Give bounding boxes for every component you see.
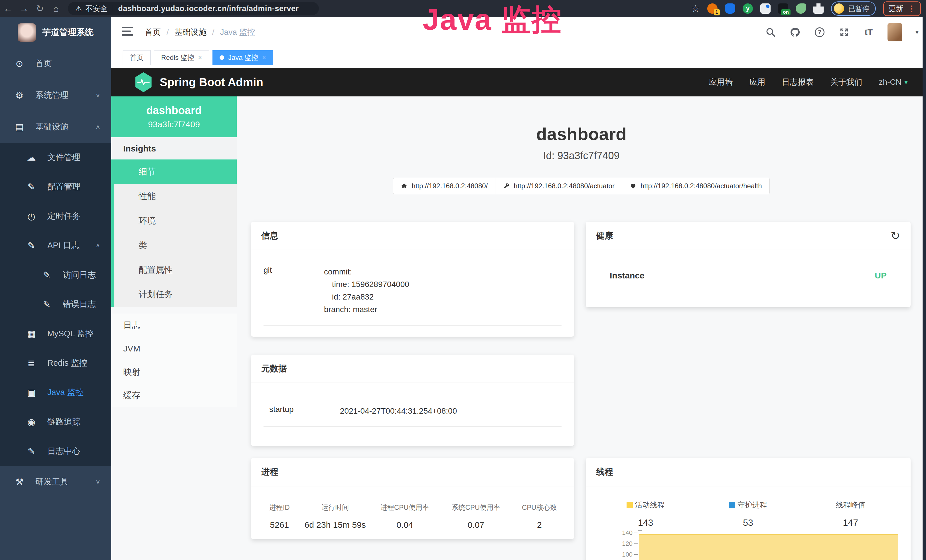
- sidebar-item-infrastructure[interactable]: ▤ 基础设施 ∧: [0, 111, 111, 143]
- sba-brand[interactable]: Spring Boot Admin: [135, 72, 263, 92]
- extensions-puzzle-icon[interactable]: [813, 3, 824, 14]
- extension-icon-orange[interactable]: 1: [707, 3, 717, 14]
- sidebar-item-redis-monitor[interactable]: ≣ Redis 监控: [0, 348, 111, 378]
- sba-body: dashboard 93a3fc7f7409 Insights 细节 性能 环境…: [111, 97, 926, 560]
- browser-home-icon[interactable]: ⌂: [48, 0, 64, 17]
- hamburger-icon[interactable]: [122, 27, 133, 38]
- sba-nav-about[interactable]: 关于我们: [831, 77, 862, 88]
- browser-menu-icon[interactable]: ⋮: [908, 4, 916, 14]
- extension-icon-grid[interactable]: [760, 3, 770, 14]
- back-icon[interactable]: ←: [0, 0, 16, 17]
- profile-paused-badge[interactable]: 已暂停: [831, 2, 876, 16]
- sba-item-mappings[interactable]: 映射: [111, 360, 237, 384]
- url-separator: [113, 5, 113, 12]
- sidebar-item-error-logs[interactable]: ✎ 错误日志: [0, 289, 111, 319]
- search-icon[interactable]: [765, 27, 776, 38]
- github-icon[interactable]: [790, 27, 801, 38]
- page-title: dashboard: [237, 124, 926, 144]
- cloud-icon: ☁: [25, 152, 38, 163]
- threads-chart: 140 120 100: [617, 529, 898, 560]
- home-icon: ⊙: [13, 58, 26, 69]
- sidebar-item-scheduled-tasks[interactable]: ◷ 定时任务: [0, 201, 111, 231]
- sba-item-environment[interactable]: 环境: [114, 209, 237, 233]
- sba-locale-select[interactable]: zh-CN ▾: [879, 77, 908, 87]
- url-bar[interactable]: ⚠ 不安全 dashboard.yudao.iocoder.cn/infra/a…: [68, 2, 319, 15]
- health-instance-label: Instance: [610, 271, 645, 280]
- sba-nav-wallboard[interactable]: 应用墙: [709, 77, 733, 88]
- breadcrumb-current: Java 监控: [220, 27, 255, 38]
- sidebar-item-api-logs[interactable]: ✎ API 日志 ∧: [0, 231, 111, 260]
- app-logo[interactable]: 芋道管理系统: [0, 17, 111, 48]
- tabs-bar: 首页 Redis 监控 × Java 监控 ×: [111, 47, 926, 68]
- log-icon: ✎: [25, 446, 38, 457]
- panel-threads-title: 线程: [586, 458, 911, 486]
- sidebar-submenu: ☁ 文件管理 ✎ 配置管理 ◷ 定时任务 ✎ API 日志 ∧ ✎ 访问日志 ✎: [0, 143, 111, 466]
- sba-item-metrics[interactable]: 性能: [114, 184, 237, 209]
- extension-icon-sprout[interactable]: [796, 3, 806, 14]
- close-icon[interactable]: ×: [262, 54, 266, 61]
- avatar-caret-icon[interactable]: ▾: [915, 29, 918, 36]
- sba-item-scheduled[interactable]: 计划任务: [114, 282, 237, 307]
- fullscreen-icon[interactable]: [838, 27, 850, 38]
- sba-sidebar: dashboard 93a3fc7f7409 Insights 细节 性能 环境…: [111, 97, 237, 560]
- extension-icon-y[interactable]: y: [743, 3, 753, 14]
- sba-item-caches[interactable]: 缓存: [111, 384, 237, 407]
- sidebar-item-dev-tools[interactable]: ⚒ 研发工具 ∨: [0, 466, 111, 498]
- panel-health: 健康 ↺ Instance UP: [586, 222, 911, 307]
- sidebar-item-log-center[interactable]: ✎ 日志中心: [0, 436, 111, 466]
- chrome-update-button[interactable]: 更新 ⋮: [883, 2, 921, 16]
- sidebar-item-tracing[interactable]: ◉ 链路追踪: [0, 407, 111, 436]
- reload-icon[interactable]: ↻: [32, 0, 48, 17]
- url-text: dashboard.yudao.iocoder.cn/infra/admin-s…: [118, 4, 299, 13]
- gear-icon: ⚙: [13, 90, 26, 101]
- instance-header[interactable]: dashboard 93a3fc7f7409: [111, 97, 237, 137]
- sba-nav-links: 应用墙 应用 日志报表 关于我们 zh-CN ▾: [709, 77, 908, 88]
- page-scrollbar[interactable]: [923, 17, 926, 560]
- sba-content: dashboard Id: 93a3fc7f7409 http://192.16…: [237, 97, 926, 560]
- sba-sidebar-items: 日志 JVM 映射 缓存: [111, 313, 237, 407]
- tab-java-monitor[interactable]: Java 监控 ×: [212, 50, 273, 65]
- cpu-cores: CPU核心数 2: [511, 503, 567, 530]
- sba-item-details[interactable]: 细节: [114, 159, 237, 184]
- health-url-button[interactable]: http://192.168.0.2:48080/actuator/health: [622, 178, 770, 194]
- sidebar-item-system-mgmt[interactable]: ⚙ 系统管理 ∨: [0, 79, 111, 111]
- extension-on-badge: on: [781, 9, 791, 15]
- user-avatar[interactable]: [888, 23, 902, 41]
- spring-boot-admin-navbar: Spring Boot Admin 应用墙 应用 日志报表 关于我们 zh-CN…: [111, 68, 926, 97]
- logo-image: [18, 23, 36, 42]
- sidebar-item-home[interactable]: ⊙ 首页: [0, 48, 111, 79]
- breadcrumb-separator: /: [212, 28, 215, 37]
- profile-emoji-icon: [834, 3, 844, 14]
- help-icon[interactable]: ?: [814, 27, 825, 38]
- bookmark-star-icon[interactable]: ☆: [691, 3, 700, 14]
- sidebar-item-mysql-monitor[interactable]: ▦ MySQL 监控: [0, 319, 111, 348]
- process-pid: 进程ID 5261: [258, 503, 301, 530]
- browser-toolbar: ← → ↻ ⌂ ⚠ 不安全 dashboard.yudao.iocoder.cn…: [0, 0, 926, 17]
- sba-item-config-props[interactable]: 配置属性: [114, 257, 237, 282]
- sidebar-item-file-mgmt[interactable]: ☁ 文件管理: [0, 143, 111, 172]
- close-icon[interactable]: ×: [198, 54, 202, 61]
- breadcrumb-home[interactable]: 首页: [145, 27, 161, 38]
- sba-nav-journal[interactable]: 日志报表: [782, 77, 814, 88]
- panel-info-title: 信息: [251, 222, 574, 250]
- font-size-icon[interactable]: tT: [863, 27, 875, 38]
- instance-id: 93a3fc7f7409: [111, 120, 237, 129]
- extension-icon-switch[interactable]: on: [778, 3, 788, 14]
- tab-home[interactable]: 首页: [123, 50, 151, 65]
- sba-nav-applications[interactable]: 应用: [749, 77, 766, 88]
- sba-item-jvm[interactable]: JVM: [111, 337, 237, 360]
- actuator-url-button[interactable]: http://192.168.0.2:48080/actuator: [495, 178, 622, 194]
- sidebar-item-java-monitor[interactable]: ▣ Java 监控: [0, 378, 111, 407]
- sidebar-item-config-mgmt[interactable]: ✎ 配置管理: [0, 172, 111, 201]
- sba-item-classes[interactable]: 类: [114, 233, 237, 257]
- sidebar-item-access-logs[interactable]: ✎ 访问日志: [0, 260, 111, 289]
- extension-icon-pin[interactable]: [725, 3, 735, 14]
- panel-process: 进程 进程ID 5261 运行时间 6d 23h 15m 59s: [251, 458, 574, 539]
- history-icon[interactable]: ↺: [891, 229, 900, 242]
- forward-icon[interactable]: →: [16, 0, 32, 17]
- breadcrumb-infrastructure[interactable]: 基础设施: [174, 27, 206, 38]
- tab-redis-monitor[interactable]: Redis 监控 ×: [154, 50, 209, 65]
- legend-live-threads: 活动线程 143: [594, 500, 697, 528]
- service-url-button[interactable]: http://192.168.0.2:48080/: [393, 178, 495, 194]
- sba-item-logs[interactable]: 日志: [111, 313, 237, 337]
